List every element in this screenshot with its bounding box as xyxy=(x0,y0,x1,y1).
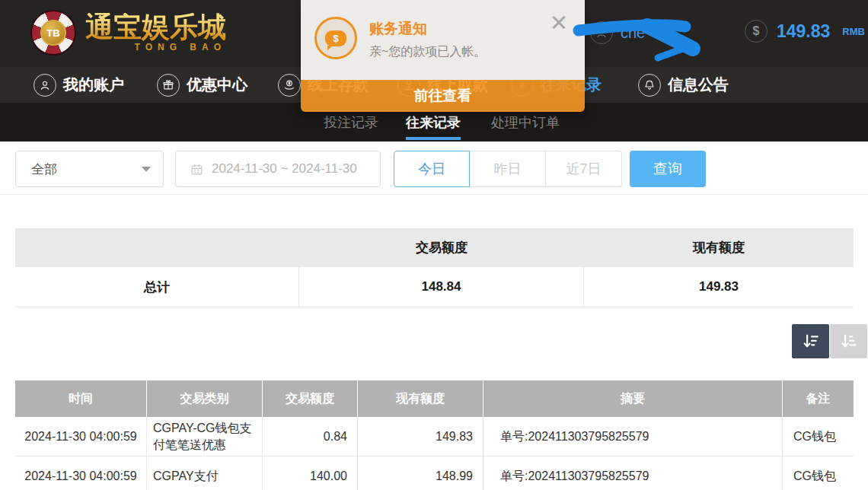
header-amount: 交易额度 xyxy=(263,380,358,417)
cell-summary: 单号:202411303795825579 xyxy=(483,457,783,490)
calendar-icon xyxy=(190,162,204,177)
section-divider xyxy=(0,194,868,195)
summary-header-empty xyxy=(15,228,299,267)
type-select-value: 全部 xyxy=(31,161,142,178)
quick-today-button[interactable]: 今日 xyxy=(394,151,470,187)
header-type: 交易类别 xyxy=(147,380,263,417)
brand-text: 通宝娱乐城 TONG BAO xyxy=(85,13,226,52)
sort-descending-button[interactable] xyxy=(792,324,829,358)
page: TB 通宝娱乐城 TONG BAO che 90 $ 149.83 RMB xyxy=(0,0,868,490)
table-row: 2024-11-30 04:00:59 CGPAY支付 140.00 148.9… xyxy=(15,457,854,490)
sort-ascending-button[interactable] xyxy=(830,324,867,358)
date-range-input[interactable]: 2024-11-30 ~ 2024-11-30 xyxy=(175,151,381,187)
brand-logo[interactable]: TB 通宝娱乐城 TONG BAO xyxy=(30,10,226,56)
cell-balance: 149.83 xyxy=(358,417,483,456)
quick-7days-button[interactable]: 近7日 xyxy=(546,151,622,187)
summary-header-balance: 现有额度 xyxy=(584,228,854,267)
cell-time: 2024-11-30 04:00:59 xyxy=(15,457,147,490)
username-suffix: 90 xyxy=(653,24,669,42)
summary-header-row: 交易额度 现有额度 xyxy=(15,228,854,267)
summary-transaction-total: 148.84 xyxy=(299,267,584,307)
chevron-down-icon xyxy=(142,167,151,172)
summary-balance-total: 149.83 xyxy=(584,267,854,307)
summary-table: 交易额度 现有额度 总计 148.84 149.83 xyxy=(15,228,854,307)
cell-amount: 0.84 xyxy=(263,417,358,456)
bell-icon xyxy=(638,74,661,97)
notification-message: 亲~您的款项已入帐。 xyxy=(369,44,486,60)
person-icon xyxy=(34,74,56,97)
balance-currency: RMB xyxy=(842,26,865,37)
cell-summary: 单号:202411303795825579 xyxy=(483,417,783,456)
balance-display: $ 149.83 RMB xyxy=(745,20,865,43)
user-icon xyxy=(590,21,613,44)
tab-processing-orders[interactable]: 处理中订单 xyxy=(491,113,560,137)
money-message-icon: $ xyxy=(314,17,357,59)
close-icon[interactable]: ✕ xyxy=(550,12,568,34)
quick-date-group: 今日 昨日 近7日 xyxy=(394,151,622,187)
sort-asc-icon xyxy=(840,332,858,351)
sort-controls xyxy=(792,324,867,358)
search-button[interactable]: 查询 xyxy=(630,151,706,187)
tab-transaction-records[interactable]: 往来记录 xyxy=(406,113,461,140)
table-header-row: 时间 交易类别 交易额度 现有额度 摘要 备注 xyxy=(15,380,854,417)
quick-yesterday-button[interactable]: 昨日 xyxy=(470,151,546,187)
cell-note: CG钱包 xyxy=(783,457,854,490)
dollar-icon: $ xyxy=(745,20,767,43)
brand-name-cn: 通宝娱乐城 xyxy=(85,13,226,41)
header-balance: 现有额度 xyxy=(358,380,483,417)
username-prefix: che xyxy=(621,24,645,42)
user-account-button[interactable]: che 90 xyxy=(590,21,670,44)
table-row: 2024-11-30 04:00:59 CGPAY-CG钱包支付笔笔送优惠 0.… xyxy=(15,417,854,457)
chip-label: TB xyxy=(40,20,66,46)
notification-popup: $ 账务通知 亲~您的款项已入帐。 ✕ 前往查看 xyxy=(301,0,585,112)
summary-total-label: 总计 xyxy=(15,267,299,307)
cell-type: CGPAY支付 xyxy=(147,457,263,490)
cell-note: CG钱包 xyxy=(783,417,854,456)
deposit-icon xyxy=(278,74,301,97)
nav-item-promotions[interactable]: 优惠中心 xyxy=(157,72,247,97)
cell-time: 2024-11-30 04:00:59 xyxy=(15,417,147,456)
header-note: 备注 xyxy=(783,380,854,417)
summary-header-transaction: 交易额度 xyxy=(299,228,584,267)
cell-amount: 140.00 xyxy=(263,457,358,490)
nav-item-announcements[interactable]: 信息公告 xyxy=(638,72,729,97)
cell-balance: 148.99 xyxy=(358,457,483,490)
header-summary: 摘要 xyxy=(483,380,783,417)
type-select[interactable]: 全部 xyxy=(15,151,164,187)
sort-desc-icon xyxy=(802,332,820,351)
brand-name-en: TONG BAO xyxy=(85,42,226,52)
date-range-value: 2024-11-30 ~ 2024-11-30 xyxy=(212,161,357,177)
filter-bar: 全部 2024-11-30 ~ 2024-11-30 今日 昨日 近7日 查询 xyxy=(15,151,854,187)
header-time: 时间 xyxy=(15,380,147,417)
nav-item-my-account[interactable]: 我的账户 xyxy=(34,72,124,97)
notification-view-button[interactable]: 前往查看 xyxy=(301,80,585,112)
transactions-table: 时间 交易类别 交易额度 现有额度 摘要 备注 2024-11-30 04:00… xyxy=(15,380,854,490)
cell-type: CGPAY-CG钱包支付笔笔送优惠 xyxy=(147,417,263,456)
gift-icon xyxy=(157,74,180,97)
notification-title: 账务通知 xyxy=(369,19,427,39)
summary-total-row: 总计 148.84 149.83 xyxy=(15,267,854,307)
balance-amount: 149.83 xyxy=(777,21,830,42)
notification-body: $ 账务通知 亲~您的款项已入帐。 ✕ xyxy=(301,0,585,80)
poker-chip-icon: TB xyxy=(30,10,76,56)
tab-betting-records[interactable]: 投注记录 xyxy=(324,113,378,137)
